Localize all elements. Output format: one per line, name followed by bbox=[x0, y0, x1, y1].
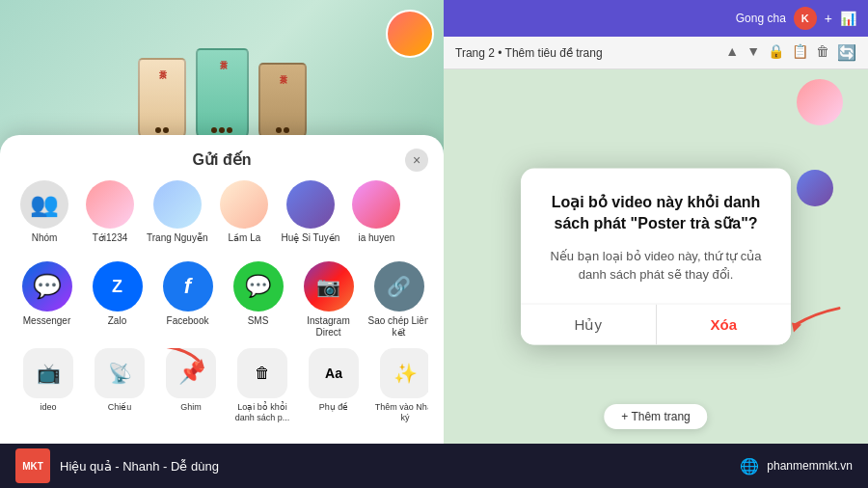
arrow-down-icon[interactable]: ▼ bbox=[746, 43, 760, 62]
sms-icon: 💬 bbox=[233, 261, 284, 312]
contact-name-3: Trang Nguyễn bbox=[147, 232, 207, 244]
video-icon: 📺 bbox=[23, 348, 73, 398]
avatar-overlay bbox=[386, 10, 434, 58]
contact-item[interactable]: Lầm La bbox=[215, 180, 273, 244]
contact-avatar-5 bbox=[286, 180, 335, 229]
remove-icon: 🗑 bbox=[237, 348, 287, 398]
facebook-label: Facebook bbox=[167, 315, 209, 327]
tools-row: 📺 ideo 📡 Chiếu 📌 Ghim 🗑 Loại bỏ khỏi dan… bbox=[15, 348, 428, 423]
app-messenger[interactable]: 💬 Messenger bbox=[15, 261, 78, 339]
contact-avatar-6 bbox=[352, 180, 400, 229]
app-zalo[interactable]: Z Zalo bbox=[86, 261, 149, 339]
mkt-logo: MKT bbox=[15, 448, 50, 483]
tool-diary[interactable]: ✨ Thêm vào Nhật ký bbox=[372, 348, 428, 423]
contact-item[interactable]: Trang Nguyễn bbox=[147, 180, 207, 244]
bottom-bar: MKT Hiệu quả - Nhanh - Dễ dùng 🌐 phanmem… bbox=[0, 444, 868, 488]
contact-name: Nhóm bbox=[32, 232, 58, 244]
diary-icon: ✨ bbox=[380, 348, 428, 398]
contact-item[interactable]: 👥 Nhóm bbox=[15, 180, 73, 244]
zalo-icon: Z bbox=[93, 261, 143, 312]
bottom-right: 🌐 phanmemmkt.vn bbox=[740, 457, 853, 475]
chat-avatar-1 bbox=[797, 79, 843, 125]
app-facebook[interactable]: f Facebook bbox=[156, 261, 219, 339]
confirm-title: Loại bỏ video này khỏi danh sách phát "P… bbox=[540, 192, 772, 235]
contact-item[interactable]: ia huyen bbox=[347, 180, 405, 244]
tool-cast[interactable]: 📡 Chiếu bbox=[87, 348, 152, 423]
right-panel: Gong cha K + 📊 Trang 2 • Thêm tiêu đề tr… bbox=[444, 0, 868, 444]
contact-name-6: ia huyen bbox=[358, 232, 394, 244]
contact-avatar-2 bbox=[86, 180, 134, 229]
link-icon: 🔗 bbox=[374, 261, 424, 312]
messenger-label: Messenger bbox=[23, 315, 70, 327]
gong-cha-label: Gong cha bbox=[736, 12, 786, 25]
share-dialog: Gửi đến × 👥 Nhóm Tới1234 Trang Nguyễn bbox=[0, 135, 444, 444]
cup-dots bbox=[155, 127, 169, 133]
tool-subtitle[interactable]: Aa Phụ đề bbox=[301, 348, 366, 423]
pin-label: Ghim bbox=[180, 402, 202, 413]
page-toolbar: Trang 2 • Thêm tiêu đề trang ▲ ▼ 🔒 📋 🗑 🔄 bbox=[444, 37, 868, 69]
refresh-icon[interactable]: 🔄 bbox=[837, 43, 856, 62]
right-inner-content: Loại bỏ video này khỏi danh sách phát "P… bbox=[444, 69, 868, 444]
cup-dots-2 bbox=[211, 127, 232, 133]
diary-label: Thêm vào Nhật ký bbox=[372, 402, 428, 423]
toolbar-icons: ▲ ▼ 🔒 📋 🗑 🔄 bbox=[725, 43, 856, 62]
right-content: Trang 2 • Thêm tiêu đề trang ▲ ▼ 🔒 📋 🗑 🔄… bbox=[444, 37, 868, 444]
lock-icon[interactable]: 🔒 bbox=[768, 43, 784, 62]
app-sms[interactable]: 💬 SMS bbox=[227, 261, 289, 339]
zalo-label: Zalo bbox=[108, 315, 126, 327]
delete-button[interactable]: Xóa bbox=[657, 304, 792, 344]
contact-avatar-group: 👥 bbox=[20, 180, 68, 229]
messenger-icon: 💬 bbox=[22, 261, 72, 312]
app-instagram-direct[interactable]: 📷 Instagram Direct bbox=[297, 261, 360, 339]
chat-avatar-2 bbox=[797, 170, 833, 206]
contact-name-2: Tới1234 bbox=[93, 232, 128, 244]
contact-avatar-3 bbox=[153, 180, 202, 229]
arrow-up-icon[interactable]: ▲ bbox=[725, 43, 739, 62]
contact-item[interactable]: Tới1234 bbox=[81, 180, 139, 244]
arrow-indicator bbox=[158, 348, 206, 375]
facebook-icon: f bbox=[163, 261, 213, 312]
tool-video[interactable]: 📺 ideo bbox=[15, 348, 81, 423]
app-copy-link[interactable]: 🔗 Sao chép Liên kết bbox=[367, 261, 428, 339]
cast-icon: 📡 bbox=[95, 348, 145, 398]
confirm-buttons: Hủy Xóa bbox=[521, 303, 791, 344]
tool-remove[interactable]: 🗑 Loại bỏ khỏi danh sách p... bbox=[230, 348, 295, 423]
contacts-row: 👥 Nhóm Tới1234 Trang Nguyễn Lầm La bbox=[15, 180, 428, 248]
contact-avatar-4 bbox=[220, 180, 268, 229]
share-dialog-title: Gửi đến bbox=[15, 150, 428, 169]
delete-icon[interactable]: 🗑 bbox=[816, 43, 829, 62]
cup-3: 贡茶 bbox=[258, 63, 307, 145]
cup-1: 贡茶 bbox=[138, 58, 186, 145]
contact-name-5: Huệ Si Tuyền bbox=[281, 232, 339, 244]
confirm-dialog: Loại bỏ video này khỏi danh sách phát "P… bbox=[521, 169, 791, 345]
remove-label: Loại bỏ khỏi danh sách p... bbox=[230, 402, 295, 423]
user-avatar[interactable]: K bbox=[794, 7, 817, 30]
sms-label: SMS bbox=[248, 315, 269, 327]
bottom-left: MKT Hiệu quả - Nhanh - Dễ dùng bbox=[15, 448, 219, 483]
left-panel: 贡茶 贡茶 贡茶 G bbox=[0, 0, 444, 444]
page-title: Trang 2 • Thêm tiêu đề trang bbox=[455, 46, 718, 60]
cast-label: Chiếu bbox=[108, 402, 132, 413]
share-close-button[interactable]: × bbox=[405, 149, 428, 172]
instagram-icon: 📷 bbox=[304, 261, 354, 312]
copy-icon[interactable]: 📋 bbox=[792, 43, 808, 62]
top-bar-inner: Gong cha K + 📊 bbox=[736, 7, 856, 30]
contact-item[interactable]: Huệ Si Tuyền bbox=[281, 180, 339, 244]
subtitle-label: Phụ đề bbox=[319, 402, 349, 413]
bottom-tagline: Hiệu quả - Nhanh - Dễ dùng bbox=[60, 459, 219, 474]
subtitle-icon: Aa bbox=[309, 348, 359, 398]
globe-icon: 🌐 bbox=[740, 457, 759, 475]
contact-name-4: Lầm La bbox=[229, 232, 261, 244]
apps-row: 💬 Messenger Z Zalo f Facebook 💬 SMS 📷 bbox=[15, 261, 428, 339]
plus-icon[interactable]: + bbox=[825, 11, 832, 26]
cup-2: 贡茶 bbox=[196, 48, 249, 145]
video-label: ideo bbox=[40, 402, 56, 413]
chart-icon: 📊 bbox=[840, 11, 856, 26]
website-link[interactable]: phanmemmkt.vn bbox=[767, 459, 853, 473]
chat-side bbox=[791, 69, 868, 444]
top-bar: Gong cha K + 📊 bbox=[444, 0, 868, 37]
add-page-button[interactable]: + Thêm trang bbox=[604, 404, 707, 429]
instagram-label: Instagram Direct bbox=[297, 315, 360, 339]
cup-dots-3 bbox=[276, 127, 289, 133]
cancel-button[interactable]: Hủy bbox=[521, 304, 657, 344]
